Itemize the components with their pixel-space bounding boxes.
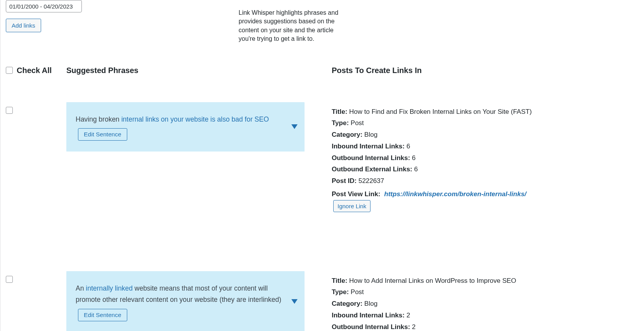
post-view-link[interactable]: https://linkwhisper.com/broken-internal-…: [384, 188, 526, 200]
suggested-phrase-card: Having broken internal links on your web…: [66, 102, 305, 152]
help-text: Link Whisper highlights phrases and prov…: [239, 0, 339, 44]
suggested-phrase-card: An internally linked website means that …: [66, 271, 305, 331]
post-meta: Title: How to Find and Fix Broken Intern…: [332, 106, 551, 212]
meta-label-category: Category:: [332, 300, 364, 307]
meta-label-outbound-ext: Outbound External Links:: [332, 166, 414, 173]
meta-outbound-ext: 6: [414, 166, 418, 173]
main-panel: Add links Link Whisper highlights phrase…: [0, 0, 590, 331]
date-range-input[interactable]: [6, 0, 82, 12]
check-all-checkbox[interactable]: [6, 67, 13, 74]
meta-title: How to Add Internal Links on WordPress t…: [349, 277, 516, 284]
meta-label-outbound-int: Outbound Internal Links:: [332, 154, 412, 162]
sentence-anchor: internally linked: [86, 284, 133, 292]
meta-label-viewlink: Post View Link:: [332, 188, 380, 200]
meta-label-type: Type:: [332, 288, 351, 296]
meta-type: Post: [351, 288, 364, 296]
meta-label-postid: Post ID:: [332, 177, 358, 185]
meta-label-inbound: Inbound Internal Links:: [332, 312, 407, 319]
meta-category: Blog: [364, 131, 377, 138]
ignore-link-button[interactable]: Ignore Link: [333, 200, 370, 212]
edit-sentence-button[interactable]: Edit Sentence: [78, 309, 127, 321]
meta-label-type: Type:: [332, 119, 351, 127]
meta-type: Post: [351, 119, 364, 127]
meta-label-outbound-int: Outbound Internal Links:: [332, 323, 412, 331]
post-meta: Title: How to Add Internal Links on Word…: [332, 275, 551, 331]
meta-label-title: Title:: [332, 108, 349, 115]
meta-outbound-int: 6: [412, 154, 415, 162]
row-checkbox[interactable]: [6, 276, 13, 283]
meta-postid: 5222637: [358, 177, 384, 185]
edit-sentence-button[interactable]: Edit Sentence: [78, 128, 127, 141]
meta-label-inbound: Inbound Internal Links:: [332, 143, 407, 150]
meta-outbound-int: 2: [412, 323, 415, 331]
meta-label-title: Title:: [332, 277, 349, 284]
sentence-anchor: internal links on your website is also b…: [121, 115, 269, 123]
chevron-down-icon[interactable]: [291, 299, 298, 304]
sentence-pre: An: [76, 284, 86, 292]
add-links-button[interactable]: Add links: [6, 19, 41, 32]
posts-to-create-header: Posts To Create Links In: [332, 66, 422, 75]
chevron-down-icon[interactable]: [291, 124, 298, 129]
check-all-label: Check All: [17, 66, 52, 75]
sentence-pre: Having broken: [76, 115, 121, 123]
meta-inbound: 2: [407, 312, 410, 319]
meta-category: Blog: [364, 300, 377, 307]
meta-title: How to Find and Fix Broken Internal Link…: [349, 108, 532, 115]
meta-label-category: Category:: [332, 131, 364, 138]
row-checkbox[interactable]: [6, 107, 13, 114]
meta-inbound: 6: [407, 143, 410, 150]
suggested-phrases-header: Suggested Phrases: [66, 66, 332, 75]
